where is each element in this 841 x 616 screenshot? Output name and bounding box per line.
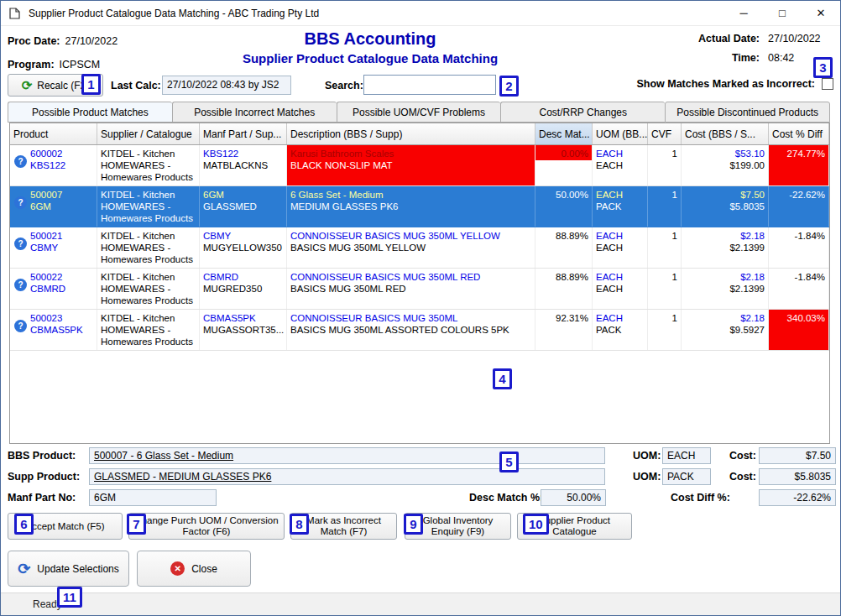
help-icon[interactable]: ?	[14, 320, 27, 332]
footer-buttons: ⟳ Update Selections ✕ Close	[1, 551, 840, 587]
cell-cost: $53.10$199.00	[682, 145, 769, 185]
tab-possible-incorrect-matches[interactable]: Possible Incorrect Matches	[172, 102, 337, 123]
tab-cost-rrp-changes[interactable]: Cost/RRP Changes	[500, 102, 665, 123]
bbs-product-link[interactable]: 500007 - 6 Glass Set - Medium	[89, 447, 605, 464]
update-selections-icon: ⟳	[18, 561, 30, 577]
accept-match-button[interactable]: Accept Match (F5)	[8, 513, 123, 540]
cell-cost: $2.18$9.5927	[682, 310, 769, 350]
product-code-link[interactable]: 500022	[30, 271, 93, 283]
help-icon[interactable]: ?	[14, 155, 27, 168]
desc-match-label: Desc Match %:	[469, 492, 543, 504]
cell-cvf: 1	[648, 227, 682, 268]
cell-uom: EACHEACH	[593, 269, 648, 309]
cell-manf-part: CBMRDMUGRED350	[200, 269, 287, 309]
tab-possible-product-matches[interactable]: Possible Product Matches	[8, 102, 172, 123]
window-title: Supplier Product Catalogue Data Matching…	[29, 8, 319, 19]
product-code-link[interactable]: 500007	[30, 189, 93, 201]
bbs-product-label: BBS Product:	[8, 450, 76, 462]
titlebar: Supplier Product Catalogue Data Matching…	[1, 1, 840, 26]
search-input[interactable]	[363, 75, 496, 95]
recalc-icon: ⟳	[22, 79, 33, 91]
cell-cvf: 1	[648, 310, 682, 350]
action-button-row: Accept Match (F5) Change Purch UOM / Con…	[1, 513, 840, 540]
column-header[interactable]: Desc Mat...	[535, 123, 593, 144]
supplier-product-catalogue-button[interactable]: Supplier Product Catalogue	[517, 513, 632, 540]
manf-part-label: Manf Part No:	[8, 492, 76, 504]
cell-manf-part: CBMYMUGYELLOW350	[200, 227, 287, 268]
product-code-link[interactable]: CBMY	[30, 242, 93, 253]
table-row[interactable]: ?600002KBS122KITDEL - KitchenHOMEWARES -…	[10, 145, 829, 186]
column-header[interactable]: Manf Part / Sup...	[200, 123, 287, 144]
cell-product: ?500021CBMY	[10, 227, 97, 268]
cell-uom: EACHEACH	[593, 227, 648, 268]
supp-cost-label: Cost:	[729, 471, 756, 483]
table-row[interactable]: ?500023CBMAS5PKKITDEL - KitchenHOMEWARES…	[10, 310, 829, 351]
proc-date-value: 27/10/2022	[65, 35, 118, 47]
product-code-link[interactable]: 500023	[30, 312, 93, 324]
global-inventory-enquiry-button[interactable]: Global Inventory Enquiry (F9)	[405, 513, 511, 540]
table-row[interactable]: ?500022CBMRDKITDEL - KitchenHOMEWARES -H…	[10, 269, 829, 310]
close-icon[interactable]: ✕	[802, 1, 840, 25]
table-header: ProductSupplier / CatalogueManf Part / S…	[10, 123, 829, 145]
manf-part-field: 6GM	[89, 489, 217, 506]
product-code-link[interactable]: 600002	[30, 148, 93, 159]
cell-desc-match: 92.31%	[535, 310, 593, 350]
help-icon[interactable]: ?	[14, 196, 27, 209]
column-header[interactable]: CVF	[648, 123, 682, 144]
time-value: 08:42	[768, 52, 833, 64]
product-code-link[interactable]: CBMAS5PK	[30, 324, 93, 336]
maximize-icon[interactable]: □	[763, 1, 802, 25]
header-center: BBS Accounting Supplier Product Catalogu…	[125, 29, 615, 65]
cell-supplier: KITDEL - KitchenHOMEWARES -Homewares Pro…	[97, 145, 200, 185]
last-calc-field: 27/10/2022 08:43 by JS2	[162, 76, 291, 95]
tab-possible-discontinued-products[interactable]: Possible Discontinued Products	[665, 102, 830, 123]
mark-incorrect-match-button[interactable]: Mark as Incorrect Match (F7)	[290, 513, 397, 540]
proc-date-label: Proc Date:	[8, 35, 60, 47]
cost-diff-label: Cost Diff %:	[671, 492, 730, 504]
column-header[interactable]: Supplier / Catalogue	[97, 123, 200, 144]
desc-match-field: 50.00%	[541, 489, 606, 506]
supp-product-label: Supp Product:	[8, 471, 80, 483]
update-selections-button[interactable]: ⟳ Update Selections	[8, 551, 129, 587]
cell-cost-diff: -1.84%	[769, 227, 829, 268]
column-header[interactable]: UOM (BB...	[593, 123, 648, 144]
matches-table: ProductSupplier / CatalogueManf Part / S…	[9, 123, 830, 444]
column-header[interactable]: Product	[10, 123, 97, 144]
change-purch-uom-button[interactable]: Change Purch UOM / Conversion Factor (F6…	[128, 513, 285, 540]
column-header[interactable]: Cost (BBS / S...	[682, 123, 769, 144]
table-row[interactable]: ?5000076GMKITDEL - KitchenHOMEWARES -Hom…	[10, 186, 829, 227]
cell-manf-part: KBS122MATBLACKNS	[200, 145, 287, 185]
cell-description: Karusi Bathroom ScalesBLACK NON-SLIP MAT	[287, 145, 535, 185]
product-code-link[interactable]: 500021	[30, 230, 93, 242]
status-text: Ready	[33, 598, 62, 610]
cell-supplier: KITDEL - KitchenHOMEWARES -Homewares Pro…	[97, 186, 200, 227]
cell-cost: $2.18$2.1399	[682, 269, 769, 309]
minimize-icon[interactable]: ─	[724, 1, 763, 25]
cell-manf-part: 6GMGLASSMED	[200, 186, 287, 227]
help-icon[interactable]: ?	[14, 279, 27, 291]
bbs-cost-field: $7.50	[759, 447, 836, 464]
product-code-link[interactable]: 6GM	[30, 201, 93, 212]
app-icon	[8, 7, 22, 20]
cell-product: ?500023CBMAS5PK	[10, 310, 97, 350]
close-window-button[interactable]: ✕ Close	[137, 551, 251, 587]
product-code-link[interactable]: CBMRD	[30, 283, 93, 295]
cell-manf-part: CBMAS5PKMUGASSORT35...	[200, 310, 287, 350]
supp-product-link[interactable]: GLASSMED - MEDIUM GLASSES PK6	[89, 468, 605, 485]
column-header[interactable]: Description (BBS / Supp)	[287, 123, 535, 144]
cell-cvf: 1	[648, 186, 682, 227]
show-incorrect-checkbox[interactable]	[822, 78, 833, 90]
cell-uom: EACHEACH	[593, 145, 648, 185]
column-header[interactable]: Cost % Diff	[769, 123, 829, 144]
recalc-button[interactable]: ⟳ Recalc (F2)	[8, 74, 103, 97]
help-icon[interactable]: ?	[14, 238, 27, 250]
cell-product: ?5000076GM	[10, 186, 97, 227]
table-body: ?600002KBS122KITDEL - KitchenHOMEWARES -…	[10, 145, 829, 441]
cell-product: ?600002KBS122	[10, 145, 97, 185]
cell-description: CONNOISSEUR BASICS MUG 350ML YELLOWBASIC…	[287, 227, 535, 268]
table-row[interactable]: ?500021CBMYKITDEL - KitchenHOMEWARES -Ho…	[10, 227, 829, 269]
product-code-link[interactable]: KBS122	[30, 159, 93, 171]
tab-possible-uom-cvf-problems[interactable]: Possible UOM/CVF Problems	[337, 102, 501, 123]
bbs-uom-field: EACH	[662, 447, 711, 464]
cell-description: 6 Glass Set - MediumMEDIUM GLASSES PK6	[287, 186, 535, 227]
